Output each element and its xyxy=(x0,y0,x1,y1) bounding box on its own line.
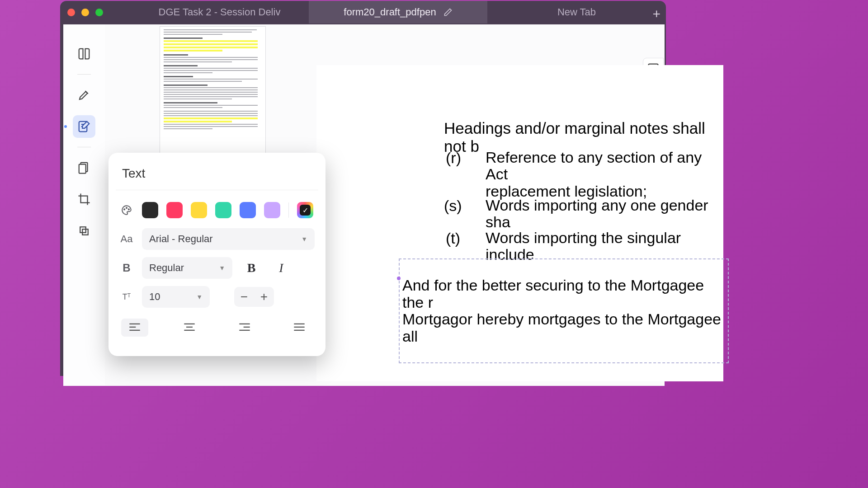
svg-point-8 xyxy=(128,209,129,210)
svg-point-7 xyxy=(126,207,127,208)
color-swatch-black[interactable] xyxy=(142,202,158,218)
color-swatch-red[interactable] xyxy=(166,202,183,218)
weight-icon: B xyxy=(119,262,134,274)
chevron-down-icon: ▼ xyxy=(219,264,225,272)
window-minimize-button[interactable] xyxy=(81,9,89,16)
tool-sidebar xyxy=(63,24,105,371)
align-right-button[interactable] xyxy=(231,319,258,337)
color-swatch-yellow[interactable] xyxy=(191,202,207,218)
clause-r-label: (r) xyxy=(446,149,461,167)
reader-tool[interactable] xyxy=(73,42,95,65)
color-swatch-blue[interactable] xyxy=(240,202,256,218)
chevron-down-icon: ▼ xyxy=(301,235,307,243)
swatch-separator xyxy=(288,202,289,218)
font-size-select[interactable]: 10 ▼ xyxy=(142,286,210,308)
sidebar-separator xyxy=(77,147,91,147)
text-annotation-editing[interactable]: And for the better securing to the Mortg… xyxy=(399,258,658,363)
clause-s-body: Words importing any one gender sha xyxy=(486,197,658,231)
svg-rect-2 xyxy=(79,164,86,174)
clause-s-label: (s) xyxy=(444,197,462,215)
resize-handle-left-icon[interactable] xyxy=(397,277,401,280)
font-family-select[interactable]: Arial - Regular ▼ xyxy=(142,228,315,250)
color-swatch-teal[interactable] xyxy=(215,202,231,218)
bold-button[interactable]: B xyxy=(241,257,262,279)
crop-tool[interactable] xyxy=(73,188,95,211)
decrease-size-button[interactable]: − xyxy=(234,287,254,307)
svg-rect-4 xyxy=(82,229,88,235)
titlebar: DGE Task 2 - Session Deliv form20_draft_… xyxy=(60,1,658,23)
clause-r-body: Reference to any section of any Act repl… xyxy=(486,149,658,200)
svg-rect-3 xyxy=(80,227,86,233)
align-justify-button[interactable] xyxy=(286,319,313,337)
palette-icon xyxy=(119,204,134,216)
tab-label: DGE Task 2 - Session Deliv xyxy=(159,6,281,18)
chevron-down-icon: ▼ xyxy=(196,293,203,300)
tab-label: form20_draft_pdfpen xyxy=(344,6,436,18)
font-icon: Aa xyxy=(119,233,134,245)
new-tab-button[interactable]: + xyxy=(652,6,658,22)
font-size-value: 10 xyxy=(149,291,160,303)
tab-dge-task[interactable]: DGE Task 2 - Session Deliv xyxy=(130,1,309,23)
color-swatch-purple[interactable] xyxy=(264,202,280,218)
editing-text: And for the better securing to the Mortg… xyxy=(402,277,658,344)
italic-button[interactable]: I xyxy=(270,257,292,279)
svg-point-6 xyxy=(124,209,125,210)
font-weight-value: Regular xyxy=(149,262,184,274)
pages-tool[interactable] xyxy=(73,156,95,179)
highlighter-tool[interactable] xyxy=(73,84,95,106)
align-left-button[interactable] xyxy=(121,319,148,337)
clause-t-label: (t) xyxy=(446,230,460,247)
window-zoom-button[interactable] xyxy=(95,9,103,16)
window-close-button[interactable] xyxy=(67,9,75,16)
tab-form20-draft[interactable]: form20_draft_pdfpen xyxy=(309,1,487,23)
layers-tool[interactable] xyxy=(73,220,95,242)
tool-active-indicator-icon xyxy=(64,125,67,128)
font-family-value: Arial - Regular xyxy=(149,233,213,245)
pencil-icon xyxy=(443,8,453,17)
popover-title: Text xyxy=(119,166,315,181)
document-page[interactable]: Headings and/or marginal notes shall not… xyxy=(316,65,658,371)
font-weight-select[interactable]: Regular ▼ xyxy=(142,257,232,279)
sidebar-separator xyxy=(77,74,91,75)
tab-new[interactable]: New Tab xyxy=(487,1,658,23)
text-format-popover: Text ✓ Aa Arial - Regular ▼ B Regular ▼ … xyxy=(108,153,326,356)
color-picker-button[interactable]: ✓ xyxy=(297,202,313,218)
increase-size-button[interactable]: + xyxy=(254,287,274,307)
text-annotate-tool[interactable] xyxy=(73,115,95,138)
size-icon: TT xyxy=(119,292,134,302)
tab-label: New Tab xyxy=(557,6,596,18)
align-center-button[interactable] xyxy=(176,319,203,337)
page-thumbnail[interactable] xyxy=(160,26,266,157)
popover-divider xyxy=(116,190,318,190)
checkmark-icon: ✓ xyxy=(300,205,311,216)
